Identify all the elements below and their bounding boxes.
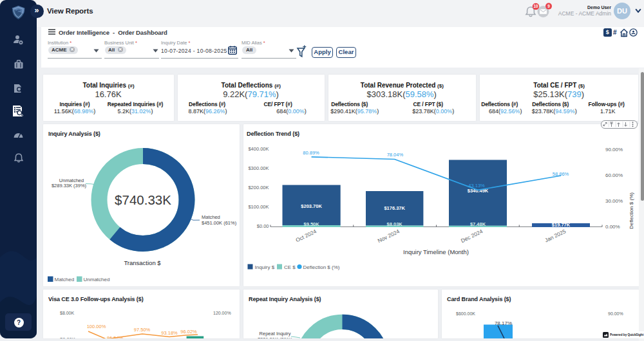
svg-text:Deflection $ (%): Deflection $ (%) bbox=[629, 192, 634, 228]
svg-text:30.00%: 30.00% bbox=[605, 198, 623, 203]
svg-text:$7.48K: $7.48K bbox=[470, 221, 486, 227]
svg-text:Deflection $ (%): Deflection $ (%) bbox=[303, 264, 340, 270]
svg-text:$231.51K (31%): $231.51K (31%) bbox=[258, 336, 293, 339]
svg-text:96.02%: 96.02% bbox=[180, 329, 197, 335]
svg-text:Dec 2024: Dec 2024 bbox=[460, 228, 484, 244]
svg-text:60.00%: 60.00% bbox=[605, 172, 623, 178]
svg-text:97.50%: 97.50% bbox=[134, 327, 151, 333]
svg-text:86.54%: 86.54% bbox=[107, 335, 124, 338]
svg-text:$100.00K: $100.00K bbox=[248, 203, 269, 209]
svg-text:$451.00K (61%): $451.00K (61%) bbox=[202, 219, 237, 225]
svg-text:$740.33K: $740.33K bbox=[115, 192, 171, 207]
svg-text:$19.77K: $19.77K bbox=[552, 222, 571, 228]
svg-text:78.04%: 78.04% bbox=[387, 151, 404, 157]
svg-text:0.00%: 0.00% bbox=[605, 223, 620, 229]
svg-text:90.00%: 90.00% bbox=[608, 311, 623, 316]
svg-text:93.18%: 93.18% bbox=[161, 330, 178, 336]
svg-text:Oct 2024: Oct 2024 bbox=[294, 228, 317, 243]
svg-text:$8.03K: $8.03K bbox=[387, 221, 403, 227]
svg-text:$400.00K: $400.00K bbox=[248, 145, 269, 151]
svg-text:Transaction $: Transaction $ bbox=[124, 259, 161, 266]
svg-text:Inquiry $: Inquiry $ bbox=[255, 264, 275, 270]
svg-text:$600.00K: $600.00K bbox=[456, 311, 475, 316]
svg-text:$289.33K (39%): $289.33K (39%) bbox=[52, 183, 87, 189]
svg-text:Matched: Matched bbox=[55, 277, 75, 282]
svg-text:80.89%: 80.89% bbox=[303, 150, 319, 156]
svg-text:Jan 2025: Jan 2025 bbox=[544, 228, 567, 243]
svg-text:120.00%: 120.00% bbox=[213, 311, 231, 315]
svg-text:100.00%: 100.00% bbox=[87, 324, 106, 329]
svg-text:$8.00K: $8.00K bbox=[60, 311, 75, 315]
svg-text:58.86%: 58.86% bbox=[553, 170, 569, 176]
svg-text:$203.70K: $203.70K bbox=[301, 203, 322, 208]
svg-text:90.00%: 90.00% bbox=[605, 146, 623, 152]
svg-text:$300.00K: $300.00K bbox=[248, 165, 269, 170]
svg-text:Unmatched: Unmatched bbox=[84, 277, 110, 282]
svg-text:CE $: CE $ bbox=[284, 264, 296, 270]
svg-text:78.17%: 78.17% bbox=[495, 320, 512, 326]
svg-text:43.13%: 43.13% bbox=[468, 182, 485, 188]
svg-text:Nov 2024: Nov 2024 bbox=[377, 228, 401, 244]
svg-text:$176.37K: $176.37K bbox=[384, 205, 405, 210]
svg-text:Inquiry Timeline (Month): Inquiry Timeline (Month) bbox=[403, 248, 469, 255]
svg-text:$200.00K: $200.00K bbox=[248, 184, 269, 190]
svg-text:$0.00: $0.00 bbox=[257, 223, 269, 228]
svg-text:$9.50K: $9.50K bbox=[304, 221, 320, 227]
svg-text:$0.00K: $0.00K bbox=[60, 336, 75, 338]
